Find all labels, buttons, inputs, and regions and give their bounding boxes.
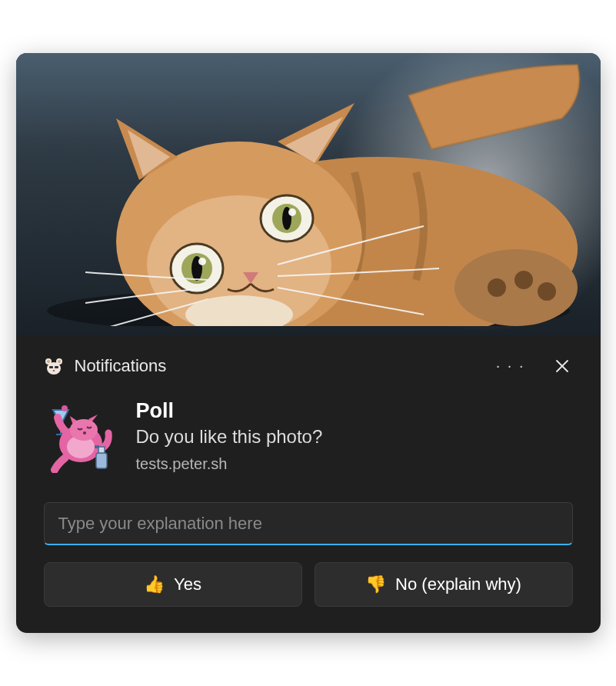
svg-point-30 bbox=[62, 405, 68, 411]
notification-subtitle: Do you like this photo? bbox=[136, 426, 573, 448]
action-buttons: 👍 Yes 👎 No (explain why) bbox=[16, 545, 601, 633]
thumbs-down-icon: 👎 bbox=[365, 576, 386, 593]
svg-point-23 bbox=[47, 360, 50, 363]
svg-point-34 bbox=[83, 431, 86, 435]
svg-point-5 bbox=[514, 271, 533, 289]
svg-rect-37 bbox=[95, 445, 99, 448]
reply-row bbox=[16, 479, 601, 545]
svg-point-27 bbox=[52, 369, 55, 371]
toast-body: Poll Do you like this photo? tests.peter… bbox=[16, 379, 601, 479]
svg-point-3 bbox=[455, 249, 578, 326]
no-button[interactable]: 👎 No (explain why) bbox=[315, 562, 573, 607]
notification-title: Poll bbox=[136, 399, 573, 423]
reply-input[interactable] bbox=[44, 502, 573, 545]
yes-label: Yes bbox=[174, 574, 201, 594]
close-button[interactable] bbox=[551, 355, 573, 377]
svg-point-24 bbox=[58, 360, 61, 363]
toast-header: Notifications · · · bbox=[16, 335, 601, 379]
thumbs-up-icon: 👍 bbox=[144, 576, 165, 593]
svg-point-6 bbox=[538, 282, 556, 301]
more-button[interactable]: · · · bbox=[491, 352, 530, 379]
hero-image bbox=[16, 53, 601, 335]
svg-rect-35 bbox=[96, 453, 107, 468]
app-icon bbox=[44, 356, 64, 376]
svg-point-13 bbox=[198, 258, 206, 265]
yes-button[interactable]: 👍 Yes bbox=[44, 562, 302, 607]
no-label: No (explain why) bbox=[395, 574, 521, 594]
svg-rect-25 bbox=[49, 366, 53, 368]
cat-photo bbox=[24, 53, 593, 326]
svg-rect-36 bbox=[98, 447, 105, 453]
avatar-icon bbox=[44, 399, 118, 473]
svg-point-4 bbox=[488, 278, 506, 297]
svg-point-33 bbox=[70, 419, 98, 441]
svg-rect-26 bbox=[55, 366, 58, 368]
svg-point-18 bbox=[288, 208, 296, 216]
header-title: Notifications bbox=[75, 356, 481, 376]
notification-toast: Notifications · · · bbox=[16, 53, 601, 633]
notification-attribution: tests.peter.sh bbox=[136, 455, 573, 473]
close-icon bbox=[554, 358, 570, 374]
